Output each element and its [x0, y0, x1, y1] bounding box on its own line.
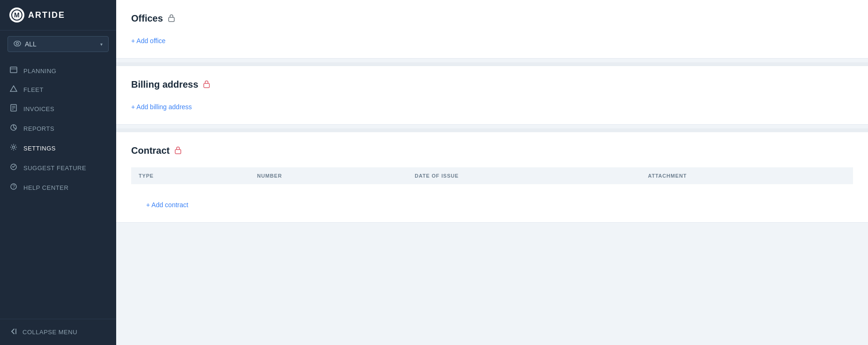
contract-table: TYPE NUMBER DATE OF ISSUE ATTACHMENT	[131, 167, 853, 184]
contract-add-row: + Add contract	[131, 192, 853, 222]
sidebar: M ARTIDE ALL ▾ PLANNING	[0, 0, 116, 345]
divider-2	[116, 128, 868, 132]
svg-rect-19	[169, 17, 174, 22]
add-contract-button[interactable]: + Add contract	[146, 201, 188, 209]
logo-icon: M	[9, 8, 24, 22]
col-attachment: ATTACHMENT	[640, 167, 853, 184]
billing-header: Billing address	[131, 79, 853, 90]
nav-items: PLANNING FLEET INVOICES	[0, 58, 116, 319]
reports-icon	[9, 124, 18, 133]
filter-dropdown[interactable]: ALL ▾	[7, 36, 109, 52]
offices-title: Offices	[131, 13, 163, 24]
sidebar-item-help[interactable]: ? HELP CENTER	[0, 178, 116, 197]
sidebar-bottom: COLLAPSE MENU	[0, 319, 116, 345]
svg-text:M: M	[14, 11, 20, 19]
sidebar-item-label-help: HELP CENTER	[23, 184, 68, 191]
collapse-menu-button[interactable]: COLLAPSE MENU	[0, 319, 116, 345]
sidebar-item-invoices[interactable]: INVOICES	[0, 99, 116, 119]
svg-marker-6	[10, 86, 17, 91]
collapse-label: COLLAPSE MENU	[22, 329, 77, 336]
col-number: NUMBER	[250, 167, 407, 184]
billing-title: Billing address	[131, 79, 198, 90]
sidebar-item-label-reports: REPORTS	[23, 125, 54, 132]
sidebar-item-reports[interactable]: REPORTS	[0, 119, 116, 138]
offices-section: Offices + Add office	[116, 0, 868, 59]
offices-lock-icon	[168, 14, 175, 24]
eye-icon	[14, 40, 21, 48]
settings-icon	[9, 143, 18, 153]
svg-text:?: ?	[13, 184, 15, 189]
svg-point-3	[16, 43, 19, 45]
filter-label: ALL	[25, 40, 96, 48]
sidebar-item-planning[interactable]: PLANNING	[0, 61, 116, 80]
offices-header: Offices	[131, 13, 853, 24]
sidebar-item-label-planning: PLANNING	[23, 68, 56, 75]
contract-header: Contract	[131, 145, 853, 156]
fleet-icon	[9, 85, 18, 94]
sidebar-item-label-invoices: INVOICES	[23, 105, 54, 112]
sidebar-item-label-suggest: SUGGEST FEATURE	[23, 165, 86, 172]
svg-line-13	[14, 128, 16, 129]
col-type: TYPE	[131, 167, 250, 184]
add-billing-button[interactable]: + Add billing address	[131, 103, 192, 111]
logo-text: ARTIDE	[28, 10, 65, 20]
collapse-icon	[9, 328, 17, 337]
billing-lock-icon	[203, 80, 210, 90]
svg-rect-4	[10, 67, 17, 73]
sidebar-item-settings[interactable]: SETTINGS	[0, 138, 116, 158]
divider-1	[116, 62, 868, 66]
help-icon: ?	[9, 183, 18, 192]
sidebar-item-suggest[interactable]: SUGGEST FEATURE	[0, 158, 116, 178]
sidebar-item-label-fleet: FLEET	[23, 86, 44, 93]
contract-table-header: TYPE NUMBER DATE OF ISSUE ATTACHMENT	[131, 167, 853, 184]
billing-section: Billing address + Add billing address	[116, 66, 868, 125]
contract-lock-icon	[174, 146, 182, 156]
logo-area: M ARTIDE	[0, 0, 116, 30]
contract-section: Contract TYPE NUMBER DATE OF ISSUE ATTAC…	[116, 132, 868, 223]
suggest-icon	[9, 163, 18, 172]
sidebar-item-fleet[interactable]: FLEET	[0, 80, 116, 99]
svg-rect-20	[204, 83, 209, 88]
invoices-icon	[9, 104, 18, 113]
contract-title: Contract	[131, 145, 170, 156]
svg-point-14	[13, 146, 15, 149]
planning-icon	[9, 67, 18, 75]
svg-point-2	[14, 41, 21, 46]
col-date: DATE OF ISSUE	[407, 167, 640, 184]
add-office-button[interactable]: + Add office	[131, 37, 165, 45]
svg-rect-21	[175, 150, 181, 154]
chevron-down-icon: ▾	[100, 42, 103, 47]
sidebar-item-label-settings: SETTINGS	[23, 145, 56, 152]
main-content: Offices + Add office Billing address + A…	[116, 0, 868, 345]
